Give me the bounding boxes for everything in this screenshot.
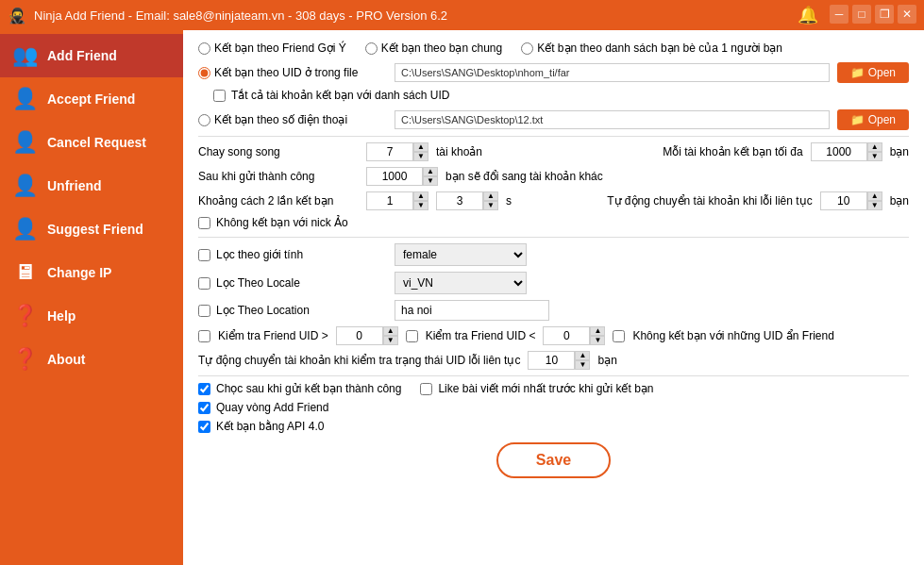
sidebar-label-accept-friend: Accept Friend bbox=[47, 91, 135, 107]
khoang-cach-up1[interactable]: ▲ bbox=[413, 191, 428, 201]
radio-ban-chung[interactable]: Kết bạn theo bạn chung bbox=[365, 42, 502, 55]
title-bar: 🥷 Ninja Add Friend - Email: sale8@ninjat… bbox=[0, 0, 924, 30]
gioi-tinh-select[interactable]: female male bbox=[395, 243, 527, 266]
phone-file-row: Kết bạn theo số điện thoại 📁 Open bbox=[198, 109, 909, 130]
sidebar-item-accept-friend[interactable]: 👤 Accept Friend bbox=[0, 77, 183, 121]
radio-friend-goi-y-input[interactable] bbox=[198, 42, 210, 55]
tai-khoan-label: tài khoản bbox=[436, 145, 482, 158]
separator3 bbox=[198, 375, 909, 376]
locale-select[interactable]: vi_VN en_US bbox=[395, 272, 527, 294]
restore-button[interactable]: ❐ bbox=[875, 5, 894, 24]
location-input[interactable] bbox=[395, 300, 549, 321]
maximize-button[interactable]: □ bbox=[852, 5, 871, 24]
chay-song-song-up[interactable]: ▲ bbox=[413, 142, 428, 152]
folder-icon2: 📁 bbox=[850, 113, 865, 126]
close-button[interactable]: ✕ bbox=[898, 5, 916, 24]
sidebar-item-unfriend[interactable]: 👤 Unfriend bbox=[0, 164, 183, 208]
khoang-cach-btns1: ▲ ▼ bbox=[413, 191, 428, 210]
phone-open-button[interactable]: 📁 Open bbox=[837, 109, 909, 130]
sau-khi-gui-down[interactable]: ▼ bbox=[423, 176, 438, 186]
sidebar-item-about[interactable]: ❓ About bbox=[0, 338, 183, 381]
loc-locale-label-area: Lọc Theo Locale bbox=[198, 276, 387, 290]
radio-danh-sach-ban-be[interactable]: Kết bạn theo danh sách bạn bè của 1 ngườ… bbox=[521, 42, 782, 55]
moi-tai-khoan-input[interactable] bbox=[811, 142, 867, 161]
loc-location-label: Lọc Theo Location bbox=[216, 304, 310, 317]
tu-dong-chuyen2-up[interactable]: ▲ bbox=[575, 351, 590, 360]
moi-tai-khoan-down[interactable]: ▼ bbox=[867, 152, 882, 161]
sidebar-item-cancel-request[interactable]: 👤 Cancel Request bbox=[0, 121, 183, 164]
tu-dong-chuyen-btns: ▲ ▼ bbox=[867, 191, 882, 210]
sau-khi-gui-up[interactable]: ▲ bbox=[423, 167, 438, 176]
tu-dong-chuyen-down[interactable]: ▼ bbox=[867, 201, 882, 210]
khoang-cach-input2[interactable] bbox=[436, 191, 483, 210]
bell-icon[interactable]: 🔔 bbox=[798, 5, 818, 25]
content-area: Kết bạn theo Friend Gợi Ý Kết bạn theo b… bbox=[183, 30, 924, 565]
uid-open-button[interactable]: 📁 Open bbox=[837, 62, 909, 83]
khoang-cach-up2[interactable]: ▲ bbox=[483, 191, 498, 201]
khoang-cach-s: s bbox=[506, 194, 512, 208]
save-button[interactable]: Save bbox=[496, 442, 611, 478]
sau-khi-gui-row: Sau khi gửi thành công ▲ ▼ bạn sẽ đổi sa… bbox=[198, 167, 909, 186]
ket-ban-api-label: Kết bạn bằng API 4.0 bbox=[216, 420, 324, 433]
loc-location-checkbox[interactable] bbox=[198, 305, 210, 317]
tu-dong-chuyen-input[interactable] bbox=[820, 191, 867, 210]
khoang-cach-spinner2: ▲ ▼ bbox=[436, 191, 498, 210]
radio-danh-sach-input[interactable] bbox=[521, 42, 533, 55]
moi-tai-khoan-btns: ▲ ▼ bbox=[867, 142, 882, 161]
sau-khi-gui-input[interactable] bbox=[366, 167, 423, 186]
kiem-tra-uid-up1[interactable]: ▲ bbox=[383, 326, 398, 336]
loc-locale-label: Lọc Theo Locale bbox=[216, 276, 300, 290]
phone-file-path-input[interactable] bbox=[395, 110, 830, 129]
kiem-tra-uid-input2[interactable] bbox=[543, 326, 590, 345]
radio-phone-input[interactable] bbox=[198, 114, 210, 126]
tu-dong-chuyen2-input[interactable] bbox=[528, 351, 575, 370]
sidebar-item-add-friend[interactable]: 👥 Add Friend bbox=[0, 34, 183, 77]
uid-file-path-input[interactable] bbox=[395, 63, 830, 82]
sidebar-item-help[interactable]: ❓ Help bbox=[0, 294, 183, 338]
kiem-tra-uid-checkbox2[interactable] bbox=[406, 330, 418, 342]
uid-disable-checkbox[interactable] bbox=[213, 90, 226, 102]
khoang-cach-spinner1: ▲ ▼ bbox=[366, 191, 428, 210]
kiem-tra-uid-up2[interactable]: ▲ bbox=[590, 326, 605, 336]
kiem-tra-uid-checkbox1[interactable] bbox=[198, 330, 210, 342]
sidebar-item-change-ip[interactable]: 🖥 Change IP bbox=[0, 251, 183, 294]
moi-tai-khoan-up[interactable]: ▲ bbox=[867, 142, 882, 152]
loc-gioi-tinh-label-area: Lọc theo giới tính bbox=[198, 248, 387, 261]
radio-phone[interactable]: Kết bạn theo số điện thoại bbox=[198, 113, 387, 126]
ket-ban-api-checkbox[interactable] bbox=[198, 421, 210, 433]
kiem-tra-uid-btns1: ▲ ▼ bbox=[383, 326, 398, 345]
window-title: Ninja Add Friend - Email: sale8@ninjatea… bbox=[34, 8, 798, 23]
radio-ban-chung-input[interactable] bbox=[365, 42, 378, 55]
chay-song-song-down[interactable]: ▼ bbox=[413, 152, 428, 161]
bottom-checkboxes: Chọc sau khi gửi kết bạn thành công Like… bbox=[198, 382, 909, 433]
khoang-cach-down2[interactable]: ▼ bbox=[483, 201, 498, 210]
tu-dong-chuyen2-down[interactable]: ▼ bbox=[575, 360, 590, 370]
kiem-tra-uid-spinner1: ▲ ▼ bbox=[336, 326, 398, 345]
radio-friend-goi-y[interactable]: Kết bạn theo Friend Gợi Ý bbox=[198, 42, 346, 55]
khong-ket-ban-ao-checkbox[interactable] bbox=[198, 217, 210, 229]
kiem-tra-uid-input1[interactable] bbox=[336, 326, 383, 345]
quay-vong-checkbox[interactable] bbox=[198, 402, 210, 414]
tu-dong-chuyen2-label: Tự động chuyển tài khoản khi kiểm tra tr… bbox=[198, 354, 520, 367]
choc-checkbox[interactable] bbox=[198, 383, 210, 395]
radio-uid-file[interactable]: Kết bạn theo UID ở trong file bbox=[198, 66, 387, 79]
khoang-cach-input1[interactable] bbox=[366, 191, 413, 210]
kiem-tra-uid-down1[interactable]: ▼ bbox=[383, 336, 398, 345]
phone-open-label: Open bbox=[868, 113, 896, 126]
sidebar: 👥 Add Friend 👤 Accept Friend 👤 Cancel Re… bbox=[0, 30, 183, 565]
loc-locale-checkbox[interactable] bbox=[198, 277, 210, 290]
minimize-button[interactable]: ─ bbox=[830, 5, 848, 24]
loc-gioi-tinh-checkbox[interactable] bbox=[198, 249, 210, 261]
moi-tai-khoan-spinner: ▲ ▼ bbox=[811, 142, 882, 161]
like-checkbox[interactable] bbox=[420, 383, 432, 395]
tu-dong-chuyen-up[interactable]: ▲ bbox=[867, 191, 882, 201]
khong-ket-ban-uid-an-checkbox[interactable] bbox=[613, 330, 625, 342]
tu-dong-chuyen-label: Tự động chuyển tài khoản khi lỗi liên tụ… bbox=[607, 194, 812, 208]
sidebar-label-help: Help bbox=[47, 308, 76, 324]
khoang-cach-label: Khoảng cách 2 lần kết bạn bbox=[198, 194, 359, 208]
kiem-tra-uid-down2[interactable]: ▼ bbox=[590, 336, 605, 345]
radio-uid-file-input[interactable] bbox=[198, 67, 210, 79]
sidebar-item-suggest-friend[interactable]: 👤 Suggest Friend bbox=[0, 208, 183, 251]
chay-song-song-input[interactable] bbox=[366, 142, 413, 161]
khoang-cach-down1[interactable]: ▼ bbox=[413, 201, 428, 210]
